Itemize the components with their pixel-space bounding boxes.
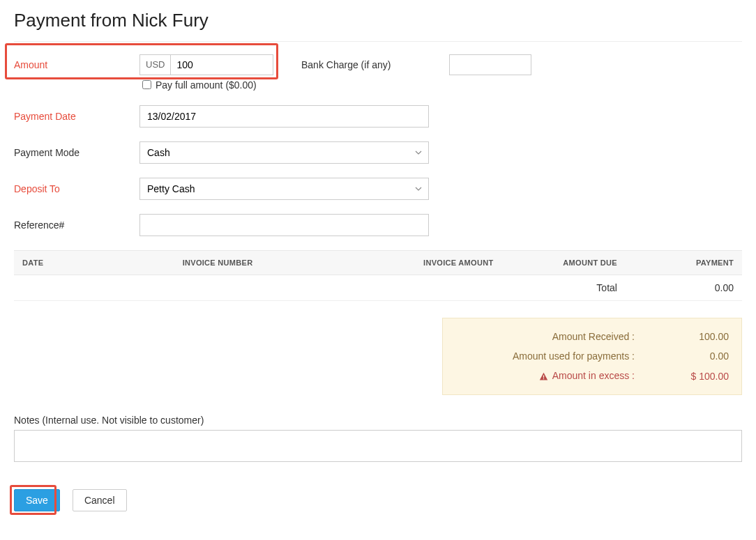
amount-used-label: Amount used for payments : bbox=[455, 350, 635, 362]
invoice-table: DATE INVOICE NUMBER INVOICE AMOUNT AMOUN… bbox=[14, 250, 742, 301]
notes-label: Notes (Internal use. Not visible to cust… bbox=[14, 415, 742, 426]
payment-date-input[interactable] bbox=[139, 105, 429, 128]
payment-mode-select[interactable] bbox=[139, 141, 429, 164]
amount-excess-label: Amount in excess : bbox=[455, 370, 635, 382]
save-button[interactable]: Save bbox=[14, 489, 60, 511]
amount-input-group: USD bbox=[139, 54, 273, 75]
divider bbox=[14, 41, 742, 42]
amount-label: Amount bbox=[14, 59, 139, 70]
pay-full-checkbox[interactable] bbox=[142, 80, 151, 89]
deposit-to-label: Deposit To bbox=[14, 183, 139, 194]
amount-received-label: Amount Received : bbox=[455, 331, 635, 342]
amount-used-value: 0.00 bbox=[649, 350, 729, 362]
table-header-row: DATE INVOICE NUMBER INVOICE AMOUNT AMOUN… bbox=[14, 251, 742, 275]
table-total-row: Total 0.00 bbox=[14, 275, 742, 301]
amount-received-value: 100.00 bbox=[649, 331, 729, 342]
amount-excess-value: $ 100.00 bbox=[649, 371, 729, 382]
payment-mode-label: Payment Mode bbox=[14, 147, 139, 158]
bank-charge-label: Bank Charge (if any) bbox=[301, 59, 391, 70]
warning-icon bbox=[539, 371, 548, 382]
bank-charge-input[interactable] bbox=[449, 54, 531, 75]
col-invoice-number: INVOICE NUMBER bbox=[174, 251, 378, 275]
svg-rect-0 bbox=[543, 376, 544, 378]
page-title: Payment from Nick Fury bbox=[14, 10, 742, 31]
reference-input[interactable] bbox=[139, 214, 429, 236]
total-label: Total bbox=[501, 275, 625, 301]
svg-rect-1 bbox=[543, 378, 544, 379]
total-value: 0.00 bbox=[626, 275, 742, 301]
col-invoice-amount: INVOICE AMOUNT bbox=[378, 251, 501, 275]
amount-input[interactable] bbox=[170, 54, 273, 75]
col-amount-due: AMOUNT DUE bbox=[501, 251, 625, 275]
cancel-button[interactable]: Cancel bbox=[73, 489, 127, 511]
deposit-to-select[interactable] bbox=[139, 178, 429, 200]
reference-label: Reference# bbox=[14, 219, 139, 231]
col-payment: PAYMENT bbox=[626, 251, 742, 275]
pay-full-label: Pay full amount ($0.00) bbox=[156, 79, 257, 91]
payment-date-label: Payment Date bbox=[14, 111, 139, 122]
currency-prefix: USD bbox=[139, 54, 170, 75]
payment-form: Amount USD Bank Charge (if any) Pay full… bbox=[14, 54, 742, 236]
notes-textarea[interactable] bbox=[14, 430, 742, 462]
summary-box: Amount Received : 100.00 Amount used for… bbox=[442, 318, 742, 395]
col-date: DATE bbox=[14, 251, 174, 275]
